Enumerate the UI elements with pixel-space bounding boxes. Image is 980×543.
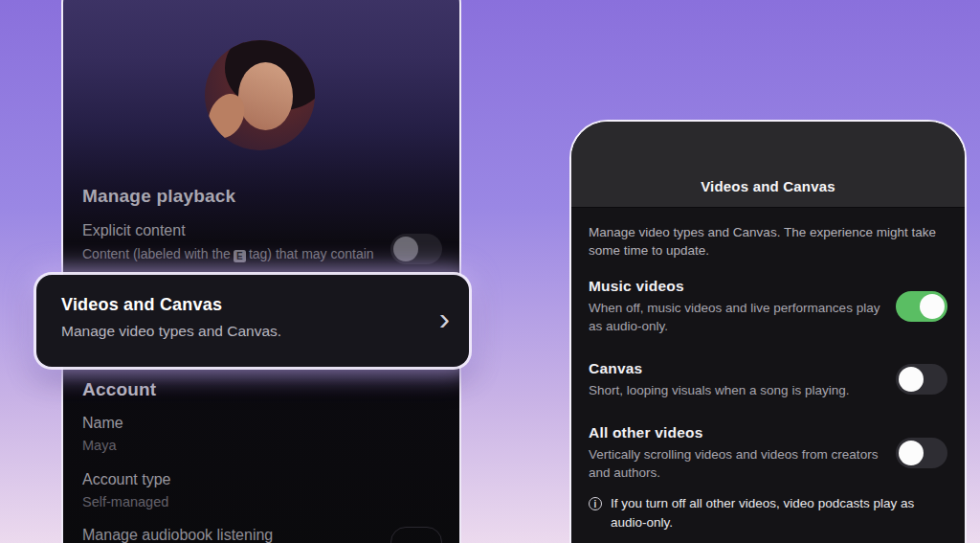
profile-avatar[interactable] [205,40,315,150]
explicit-desc-after: tag) that may contain [249,246,374,261]
videos-and-canvas-setting-card[interactable]: Videos and Canvas Manage video types and… [36,275,469,367]
explicit-desc-before: Content (labeled with the [82,246,231,261]
music-videos-label: Music videos [589,277,881,296]
explicit-toggle-knob [393,237,418,261]
videos-and-canvas-card-title: Videos and Canvas [61,295,444,315]
name-row-label[interactable]: Name [82,415,123,432]
explicit-content-description: Content (labeled with theEtag) that may … [82,245,400,263]
page-background: { "background": { "gradient_top": "#8a70… [0,0,980,543]
music-videos-description: When off, music videos and live performa… [589,299,881,335]
explicit-content-toggle[interactable] [390,234,442,264]
all-other-videos-toggle-knob [899,441,924,465]
account-type-row-value: Self-managed [82,494,168,509]
all-other-videos-label: All other videos [589,423,881,442]
audiobook-toggle[interactable] [390,527,442,543]
canvas-description: Short, looping visuals when a song is pl… [589,381,881,399]
screen-body: Manage video types and Canvas. The exper… [571,223,965,532]
account-type-row-label[interactable]: Account type [82,471,171,488]
all-other-videos-description: Vertically scrolling videos and videos f… [589,445,881,482]
videos-and-canvas-detail-screen: Videos and Canvas Manage video types and… [569,120,967,543]
canvas-toggle-knob [899,367,924,392]
all-other-videos-row: All other videos Vertically scrolling vi… [589,423,947,482]
all-other-videos-toggle[interactable] [896,438,947,468]
account-heading: Account [82,379,156,400]
videos-and-canvas-card-subtitle: Manage video types and Canvas. [61,323,444,340]
canvas-toggle[interactable] [896,364,947,395]
chevron-right-icon: › [439,302,450,334]
info-note: i If you turn off all other videos, vide… [589,494,947,532]
music-videos-toggle[interactable] [896,291,947,322]
avatar-face [238,62,294,130]
screen-title: Videos and Canvas [701,178,835,194]
explicit-tag-icon: E [234,250,246,262]
info-note-text: If you turn off all other videos, video … [611,494,947,532]
settings-phone-screen: Manage playback Explicit content Content… [61,0,461,543]
screen-header: Videos and Canvas [571,122,965,208]
manage-playback-heading: Manage playback [82,186,235,207]
explicit-content-label[interactable]: Explicit content [82,222,186,239]
music-videos-toggle-knob [920,294,945,319]
screen-description: Manage video types and Canvas. The exper… [589,223,952,260]
canvas-row: Canvas Short, looping visuals when a son… [589,359,947,399]
info-icon: i [589,497,602,510]
name-row-value: Maya [82,438,116,453]
manage-audiobook-listening-label[interactable]: Manage audiobook listening [82,527,273,543]
music-videos-row: Music videos When off, music videos and … [589,277,947,335]
canvas-label: Canvas [589,359,881,378]
